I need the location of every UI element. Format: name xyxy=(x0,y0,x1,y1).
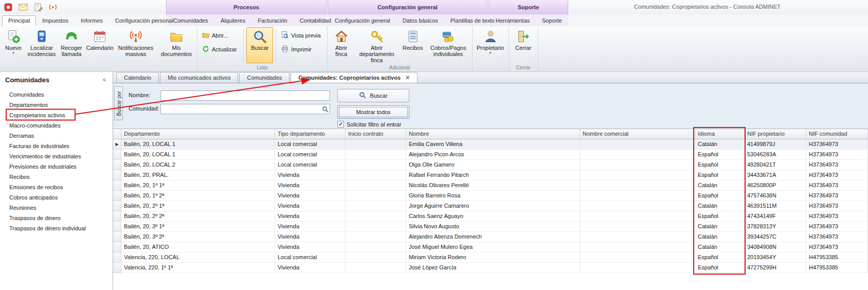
tab-alquileres[interactable]: Alquileres xyxy=(214,15,251,26)
filter-checkbox-row[interactable]: ✓ Solicitar filtro al entrar xyxy=(337,121,401,128)
tab-principal[interactable]: Principal xyxy=(2,15,36,26)
table-row[interactable]: Valencia, 220, LOCALLocal comercialMiria… xyxy=(113,252,868,263)
cerrar-button[interactable]: Cerrar xyxy=(511,27,536,63)
table-row[interactable]: Bailén, 20, 1º 1ªViviendaNicolás Olivare… xyxy=(113,180,868,191)
sidebar: Comunidades < ComunidadesDepartamentosCo… xyxy=(0,72,113,290)
cobros-pagos-individuales-button[interactable]: Cobros/Pagos individuales xyxy=(427,27,470,63)
table-row[interactable]: Bailén, 20, 2º 2ªViviendaCarlos Saenz Ag… xyxy=(113,211,868,222)
table-row[interactable]: Bailén, 20, 3º 2ªViviendaAlejandro Atien… xyxy=(113,232,868,242)
sidebar-item[interactable]: Macro-comunidades xyxy=(0,120,113,131)
doc-tab[interactable]: Mis comunicados activos xyxy=(160,72,238,83)
nombre-input[interactable] xyxy=(160,90,330,101)
tab-impuestos[interactable]: Impuestos xyxy=(36,15,75,26)
table-row[interactable]: Bailén, 20, LOCAL 2Local comercialOlga O… xyxy=(113,160,868,170)
tab-facturacion[interactable]: Facturación xyxy=(251,15,293,26)
table-cell xyxy=(580,180,695,191)
mail-icon[interactable] xyxy=(18,2,28,12)
sidebar-item[interactable]: Vencimientos de industriales xyxy=(0,151,113,161)
table-row[interactable]: Bailén, 20, 1º 2ªViviendaGloria Barreiro… xyxy=(113,191,868,201)
imprimir-button[interactable]: Imprimir xyxy=(279,44,324,55)
sidebar-item[interactable]: Emisiones de recibos xyxy=(0,182,113,192)
tab-datos-basicos[interactable]: Datos básicos xyxy=(396,15,444,26)
calendario-button[interactable]: Calendario xyxy=(86,27,114,63)
sidebar-item[interactable]: Reuniones xyxy=(0,203,113,213)
abrir-finca-label: Abrir finca xyxy=(331,45,352,57)
column-header[interactable]: Tipo departamento xyxy=(275,129,346,139)
search-by-tab[interactable]: Buscar por xyxy=(114,86,123,120)
table-row[interactable]: Bailén, 20, ATICOViviendaJosé Miguel Mul… xyxy=(113,242,868,252)
sidebar-item[interactable]: Facturas de industriales xyxy=(0,141,113,151)
sidebar-item[interactable]: Cobros anticipados xyxy=(0,192,113,203)
notes-icon[interactable] xyxy=(33,2,43,12)
abrir-finca-button[interactable]: Abrir finca xyxy=(330,27,353,63)
doc-tab[interactable]: Comunidades xyxy=(239,72,290,83)
buscar-ribbon-button[interactable]: Buscar xyxy=(246,27,273,63)
sidebar-item[interactable]: Departamentos xyxy=(0,100,113,110)
tab-herramientas[interactable]: Herramientas xyxy=(490,15,536,26)
close-tab-icon[interactable]: ✕ xyxy=(405,73,410,83)
sidebar-item[interactable]: Derramas xyxy=(0,131,113,141)
column-header[interactable]: NIF propietario xyxy=(745,129,806,139)
tab-informes[interactable]: Informes xyxy=(75,15,109,26)
column-header[interactable]: Idioma xyxy=(695,129,745,139)
row-indicator xyxy=(113,232,121,242)
table-cell: Catalán xyxy=(695,180,745,191)
sidebar-item[interactable]: Recibos xyxy=(0,172,113,182)
broadcast-icon[interactable] xyxy=(48,2,58,12)
dropdown-caret-icon: ▼ xyxy=(12,51,15,55)
localizar-incidencias-button[interactable]: Localizar incidencias xyxy=(26,27,57,63)
table-cell: Local comercial xyxy=(275,252,346,263)
collapse-sidebar-button[interactable]: < xyxy=(100,77,109,83)
table-cell: Catalán xyxy=(695,222,745,232)
comunidad-input[interactable] xyxy=(160,104,330,114)
table-row[interactable]: Bailén, 20, 2º 1ªViviendaJorge Aguirre C… xyxy=(113,201,868,211)
actualizar-button[interactable]: Actualizar xyxy=(200,44,241,55)
sidebar-item[interactable]: Traspasos de dinero individual xyxy=(0,223,113,233)
doc-tab[interactable]: Calendario xyxy=(116,72,159,83)
table-cell: Vivienda xyxy=(275,222,346,232)
tab-comunidades[interactable]: Comunidades xyxy=(167,15,214,26)
column-header[interactable]: Nombre comercial xyxy=(580,129,695,139)
table-cell: Vivienda xyxy=(275,191,346,201)
column-header[interactable]: NIF comunidad xyxy=(806,129,868,139)
mostrar-todos-button[interactable]: Mostrar todos xyxy=(337,105,409,119)
new-document-icon xyxy=(7,29,20,44)
table-cell: José López García xyxy=(406,263,580,273)
recoger-llamada-button[interactable]: Recoger llamada xyxy=(59,27,84,63)
tab-configuracion-general[interactable]: Configuración general xyxy=(329,15,396,26)
vista-previa-button[interactable]: Vista previa xyxy=(279,30,324,41)
propietario-button[interactable]: Propietario ▼ xyxy=(475,27,507,63)
notificaciones-masivas-button[interactable]: Notificaciones masivas xyxy=(115,27,156,63)
sidebar-item[interactable]: Previsiones de industriales xyxy=(0,161,113,172)
doc-tab-label: Calendario xyxy=(124,73,151,83)
column-header[interactable]: Inicio contrato xyxy=(346,129,406,139)
row-indicator-header xyxy=(113,129,121,139)
table-row[interactable]: Bailén, 20, PRAL.ViviendaRafael Ferrando… xyxy=(113,170,868,180)
abrir-button[interactable]: Abrir... xyxy=(200,30,241,41)
comunidad-lookup-icon[interactable] xyxy=(321,105,329,113)
calendar-icon xyxy=(93,29,106,44)
comunidad-label: Comunidad: xyxy=(129,105,159,112)
abrir-departamento-finca-button[interactable]: Abrir departamento finca xyxy=(355,27,399,64)
column-header[interactable]: Nombre xyxy=(406,129,580,139)
mis-documentos-button[interactable]: Mis documentos xyxy=(158,27,195,63)
table-cell xyxy=(346,191,406,201)
recibos-button[interactable]: Recibos xyxy=(401,27,425,63)
buscar-button[interactable]: Buscar xyxy=(337,89,409,102)
folder-icon xyxy=(170,29,183,44)
table-cell: Bailén, 20, 2º 2ª xyxy=(121,211,275,222)
table-row[interactable]: Bailén, 20, 3º 1ªViviendaSilvia Novo Aug… xyxy=(113,222,868,232)
table-row[interactable]: Valencia, 220, 1º 1ªViviendaJosé López G… xyxy=(113,263,868,273)
doc-tab[interactable]: Comunidades: Copropietarios activos✕ xyxy=(291,72,418,83)
table-row[interactable]: Bailén, 20, LOCAL 1Local comercialAlejan… xyxy=(113,150,868,160)
column-header[interactable]: Departamento xyxy=(121,129,275,139)
sidebar-item[interactable]: Copropietarios activos xyxy=(0,110,113,120)
table-row[interactable]: ▶Bailén, 20, LOCAL 1Local comercialEmili… xyxy=(113,139,868,150)
app-icon[interactable] xyxy=(3,2,13,12)
tab-soporte[interactable]: Soporte xyxy=(536,15,568,26)
sidebar-item[interactable]: Comunidades xyxy=(0,89,113,100)
sidebar-item[interactable]: Traspasos de dinero xyxy=(0,213,113,223)
checkbox-icon[interactable]: ✓ xyxy=(337,121,344,128)
nuevo-button[interactable]: Nuevo ▼ xyxy=(2,27,25,63)
table-cell: Nicolás Olivares Perelló xyxy=(406,180,580,191)
